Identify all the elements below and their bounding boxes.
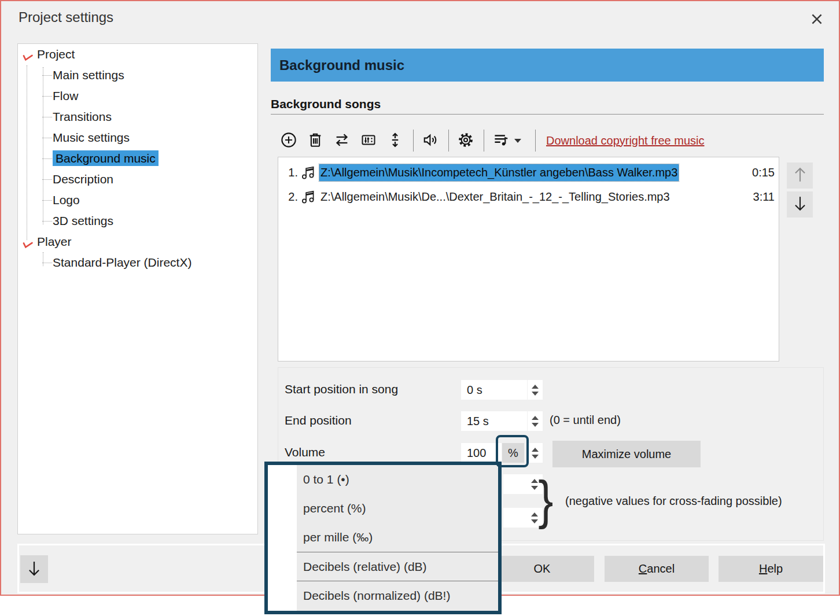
- tree-item-label-selected: Background music: [53, 150, 159, 166]
- spinner-up-icon[interactable]: [531, 512, 538, 517]
- tree-item-label: Main settings: [53, 68, 124, 82]
- tree-item-logo[interactable]: Logo: [18, 190, 257, 211]
- help-button-label: Help: [719, 562, 823, 576]
- menu-icon-gutter: [268, 465, 297, 611]
- menu-item-decibels-relative[interactable]: Decibels (relative) (dB): [297, 552, 498, 581]
- delete-song-button[interactable]: [305, 129, 325, 152]
- equalizer-icon: [360, 131, 377, 150]
- menu-item-per-mille[interactable]: per mille (‰): [297, 523, 498, 552]
- screen: Project settings Project Main settings F…: [0, 0, 840, 616]
- tree-item-label: Flow: [53, 89, 78, 102]
- playlist-dropdown-button[interactable]: [518, 129, 527, 152]
- spinner-down-icon[interactable]: [532, 423, 539, 427]
- arrow-up-icon: [793, 166, 808, 185]
- tree-item-flow[interactable]: Flow: [18, 86, 257, 106]
- maximize-volume-button[interactable]: Maximize volume: [552, 441, 701, 467]
- menu-item-0-to-1[interactable]: 0 to 1 (•): [297, 465, 498, 494]
- section-divider: [271, 114, 824, 115]
- spinner-down-icon[interactable]: [531, 486, 538, 490]
- menu-items: 0 to 1 (•) percent (%) per mille (‰) Dec…: [297, 465, 498, 611]
- start-position-input[interactable]: 0 s: [461, 380, 527, 400]
- brace-decoration: }: [538, 467, 553, 532]
- add-song-button[interactable]: [279, 129, 299, 152]
- tree-item-background-music[interactable]: Background music: [18, 148, 257, 169]
- delete-icon: [307, 131, 324, 150]
- fade-in-stepper[interactable]: [531, 474, 538, 494]
- replace-song-button[interactable]: [332, 129, 352, 152]
- ok-button-label: OK: [490, 562, 594, 576]
- fade-out-stepper[interactable]: [531, 508, 538, 528]
- tree-item-label: Project: [37, 47, 75, 61]
- song-list[interactable]: 1. Z:\Allgemein\Musik\Incompetech_Künstl…: [278, 157, 779, 362]
- fade-in-input[interactable]: [503, 474, 543, 494]
- download-music-link[interactable]: Download copyright free music: [546, 134, 704, 147]
- volume-icon: [422, 131, 439, 150]
- tree-item-music-settings[interactable]: Music settings: [18, 127, 257, 148]
- spinner-down-icon[interactable]: [531, 519, 538, 523]
- spinner-down-icon[interactable]: [532, 455, 539, 459]
- dialog-title: Project settings: [19, 9, 113, 25]
- toolbar-separator: [535, 130, 536, 152]
- tree-item-label: Logo: [53, 193, 80, 206]
- ok-button[interactable]: OK: [490, 556, 594, 582]
- menu-item-percent[interactable]: percent (%): [297, 494, 498, 523]
- playlist-button[interactable]: [491, 129, 511, 152]
- song-path: Z:\Allgemein\Musik\Incompetech_Künstler …: [319, 164, 679, 181]
- menu-item-decibels-normalized[interactable]: Decibels (normalized) (dB!): [297, 581, 498, 610]
- settings-icon: [457, 131, 474, 150]
- tree-item-transitions[interactable]: Transitions: [18, 106, 257, 127]
- move-song-down-button[interactable]: [787, 191, 813, 217]
- end-position-note: (0 = until end): [550, 414, 621, 427]
- cancel-button[interactable]: Cancel: [605, 556, 709, 582]
- playlist-icon: [492, 131, 510, 150]
- song-row[interactable]: 2. Z:\Allgemein\Musik\De...\Dexter_Brita…: [278, 185, 779, 209]
- volume-tool-button[interactable]: [421, 129, 440, 152]
- tree-item-description[interactable]: Description: [18, 169, 257, 190]
- tree-item-label: Player: [37, 235, 72, 248]
- tree-item-3d-settings[interactable]: 3D settings: [18, 211, 257, 231]
- volume-unit-menu: 0 to 1 (•) percent (%) per mille (‰) Dec…: [264, 462, 502, 614]
- toolbar-separator: [448, 130, 449, 152]
- music-settings-button[interactable]: [456, 129, 476, 152]
- spinner-up-icon[interactable]: [532, 416, 539, 420]
- tree-item-project[interactable]: Project: [18, 44, 257, 65]
- cancel-button-label: Cancel: [605, 562, 709, 576]
- volume-input[interactable]: 100: [461, 443, 502, 463]
- tree-item-label: Description: [53, 172, 113, 186]
- help-button[interactable]: Help: [719, 556, 823, 582]
- spinner-down-icon[interactable]: [532, 392, 539, 396]
- song-index: 1.: [278, 166, 298, 179]
- section-title: Background songs: [271, 97, 381, 111]
- start-position-stepper[interactable]: [528, 380, 543, 400]
- crossfade-note: (negative values for cross-fading possib…: [565, 495, 782, 508]
- tree-item-label: Standard-Player (DirectX): [53, 256, 191, 269]
- equalizer-button[interactable]: [359, 129, 378, 152]
- collapse-dialog-button[interactable]: [20, 555, 48, 583]
- song-row[interactable]: 1. Z:\Allgemein\Musik\Incompetech_Künstl…: [278, 160, 779, 185]
- settings-tree: Project Main settings Flow Transitions M…: [17, 43, 258, 534]
- tree-item-main-settings[interactable]: Main settings: [18, 65, 257, 86]
- tree-item-player[interactable]: Player: [18, 231, 257, 252]
- end-position-label: End position: [285, 414, 352, 427]
- add-icon: [280, 131, 297, 150]
- tree-item-standard-player[interactable]: Standard-Player (DirectX): [18, 252, 257, 273]
- spinner-up-icon[interactable]: [531, 479, 538, 483]
- reorder-button[interactable]: [385, 129, 405, 152]
- expanded-marker-icon: [21, 237, 33, 247]
- end-position-stepper[interactable]: [528, 411, 543, 431]
- end-position-input[interactable]: 15 s: [461, 411, 527, 431]
- tree-item-label: Music settings: [53, 131, 130, 144]
- tree-item-label: Transitions: [53, 110, 112, 123]
- volume-label: Volume: [285, 445, 325, 459]
- song-path: Z:\Allgemein\Musik\De...\Dexter_Britain_…: [319, 189, 671, 205]
- move-song-up-button[interactable]: [787, 163, 813, 189]
- tree-item-label: 3D settings: [53, 214, 113, 227]
- volume-unit-button[interactable]: %: [502, 443, 524, 463]
- spinner-up-icon[interactable]: [532, 448, 539, 452]
- volume-stepper[interactable]: [528, 443, 543, 463]
- toolbar-separator: [413, 130, 414, 152]
- spinner-up-icon[interactable]: [532, 385, 539, 389]
- fade-out-input[interactable]: [503, 508, 543, 528]
- music-note-icon: [298, 164, 318, 180]
- close-icon[interactable]: [808, 10, 826, 29]
